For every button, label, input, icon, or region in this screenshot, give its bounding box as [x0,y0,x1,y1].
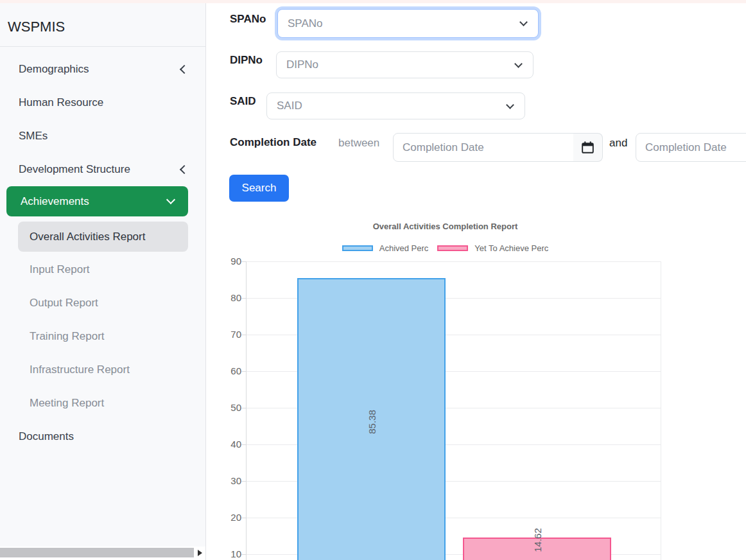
sidebar-item-label: SMEs [19,130,48,143]
y-tick-label: 20 [218,512,241,523]
legend-item-achieved[interactable]: Achived Perc [342,243,429,253]
bar-achieved-perc: 85.38 [297,278,446,560]
sidebar-item-label: Human Resource [19,96,103,109]
sidebar-item-meeting-report[interactable]: Meeting Report [0,387,205,420]
top-accent-strip [0,0,746,3]
y-tick-label: 50 [218,402,241,413]
y-tick-label: 10 [218,548,241,559]
axis-tick [241,481,247,482]
sidebar-item-label: Demographics [19,63,89,76]
chevron-left-icon [180,165,189,174]
sidebar-item-achievements[interactable]: Achievements [6,186,188,216]
dipno-label: DIPNo [230,54,263,67]
sidebar-horizontal-scrollbar[interactable] [0,547,205,560]
sidebar-item-label: Documents [19,430,74,443]
chevron-left-icon [180,65,189,74]
axis-tick [241,444,247,445]
y-tick-label: 30 [218,475,241,486]
search-button[interactable]: Search [229,175,289,202]
scrollbar-right-arrow-icon[interactable] [198,550,202,556]
chart-legend: Achived Perc Yet To Achieve Perc [229,243,661,253]
y-tick-label: 40 [218,439,241,450]
completion-date-label: Completion Date [230,136,317,149]
dipno-select-value: DIPNo [286,58,318,71]
sidebar-subitem-label: Infrastructure Report [30,363,130,376]
y-tick-label: 70 [218,329,241,340]
y-tick-label: 80 [218,292,241,303]
between-text: between [338,137,379,150]
said-select-value: SAID [277,100,302,112]
bar-yet-to-achieve-perc: 14.62 [463,538,611,560]
sidebar-subitem-label: Input Report [30,263,90,276]
bar-value-label: 14.62 [532,528,542,552]
sidebar-item-output-report[interactable]: Output Report [0,286,205,320]
sidebar-subitem-label: Meeting Report [30,397,104,410]
sidebar-item-overall-activities-report[interactable]: Overall Activities Report [18,222,188,252]
calendar-icon [582,141,594,153]
legend-item-yet-to-achieve[interactable]: Yet To Achieve Perc [437,243,548,253]
chart-title: Overall Activities Completion Report [229,222,661,231]
sidebar-item-input-report[interactable]: Input Report [0,253,205,286]
sidebar-item-development-structure[interactable]: Development Structure [0,153,205,186]
axis-tick [241,371,247,372]
sidebar-item-smes[interactable]: SMEs [0,119,205,153]
completion-date-from-input[interactable] [393,133,574,162]
sidebar-item-human-resource[interactable]: Human Resource [0,86,205,119]
axis-tick [241,554,247,555]
chevron-down-icon [506,101,514,109]
sidebar-nav: Demographics Human Resource SMEs Develop… [0,47,205,453]
spano-select[interactable]: SPANo [277,9,539,38]
said-select[interactable]: SAID [266,92,525,119]
chevron-down-icon [166,195,175,204]
calendar-button[interactable] [573,133,603,162]
said-label: SAID [230,95,256,108]
legend-label-yet-to-achieve: Yet To Achieve Perc [474,243,548,253]
sidebar-item-infrastructure-report[interactable]: Infrastructure Report [0,353,205,387]
axis-tick [241,298,247,299]
axis-tick [241,518,247,518]
legend-swatch-achieved [342,245,373,251]
sidebar-subitem-label: Output Report [30,297,98,310]
sidebar-item-demographics[interactable]: Demographics [0,53,205,86]
axis-tick [241,335,247,335]
dipno-select[interactable]: DIPNo [276,51,533,78]
sidebar: WSPMIS Demographics Human Resource SMEs … [0,3,206,560]
axis-tick [241,408,247,408]
sidebar-subitem-label: Overall Activities Report [30,231,145,243]
chart-plot: 85.38 14.62 [246,261,661,560]
legend-swatch-yet-to-achieve [437,245,468,251]
chevron-down-icon [519,18,528,26]
sidebar-item-documents[interactable]: Documents [0,420,205,453]
completion-date-to-input[interactable] [636,133,746,162]
spano-label: SPANo [230,13,266,26]
scrollbar-thumb[interactable] [0,548,194,557]
legend-label-achieved: Achived Perc [379,243,429,253]
axis-tick [241,261,247,262]
app-title: WSPMIS [0,3,205,46]
sidebar-item-label: Development Structure [19,163,130,176]
and-text: and [609,137,627,150]
sidebar-item-label: Achievements [21,195,89,208]
sidebar-subitem-label: Training Report [30,330,105,343]
y-tick-label: 60 [218,365,241,376]
chevron-down-icon [514,60,523,68]
bar-value-label: 85.38 [366,410,377,435]
y-tick-label: 90 [218,256,241,267]
sidebar-item-training-report[interactable]: Training Report [0,320,205,353]
spano-select-value: SPANo [288,17,323,30]
gridline [247,261,661,262]
